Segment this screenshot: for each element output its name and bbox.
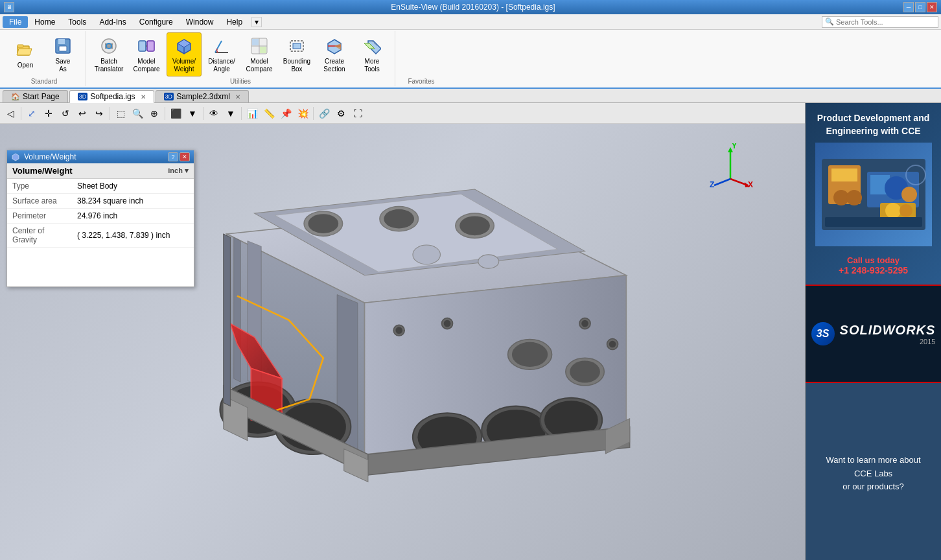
tool-measure[interactable]: 📏 (261, 106, 277, 121)
svg-point-58 (413, 245, 441, 264)
standard-label: Standard (31, 78, 58, 85)
tool-link[interactable]: 🔗 (316, 106, 332, 121)
title-bar: 🖥 EnSuite-View (Build 20160203) - [Softp… (0, 0, 941, 14)
close-button[interactable]: ✕ (927, 2, 937, 12)
distance-angle-button[interactable]: Distance/Angle (204, 32, 239, 76)
menu-window[interactable]: Window (180, 16, 220, 28)
volume-weight-icon (174, 36, 194, 56)
vw-close-btn[interactable]: ✕ (180, 152, 190, 161)
more-tools-button[interactable]: MoreTools (354, 32, 389, 76)
tool-zoom-fit[interactable]: 🔍 (130, 106, 145, 121)
sep5 (241, 107, 242, 120)
tool-hide[interactable]: 👁 (206, 106, 222, 121)
svg-point-77 (512, 342, 548, 367)
volume-weight-button[interactable]: Volume/Weight (167, 32, 202, 76)
tool-back[interactable]: ◁ (3, 106, 18, 121)
tab-sample-3dxml[interactable]: 3D Sample2.3dxml ✕ (156, 90, 249, 102)
maximize-button[interactable]: □ (915, 2, 925, 12)
vw-value-perimeter: 24.976 inch (72, 209, 194, 224)
start-page-icon: 🏠 (11, 93, 20, 101)
tab-sample-close[interactable]: ✕ (235, 93, 240, 100)
ad-image-svg (819, 146, 929, 243)
vw-title-icon (11, 152, 20, 161)
tool-select[interactable]: ⤢ (24, 106, 40, 121)
tool-pan[interactable]: ✛ (41, 106, 56, 121)
menu-help[interactable]: Help (220, 16, 249, 28)
bounding-box-button[interactable]: BoundingBox (279, 32, 314, 76)
tool-redo[interactable]: ↪ (91, 106, 107, 121)
batch-translator-icon (99, 36, 119, 56)
ribbon-group-standard: Open SaveAs Standard (3, 31, 86, 86)
ad-solidworks[interactable]: 3S SOLIDWORKS 2015 (806, 286, 941, 383)
menu-file[interactable]: File (3, 16, 28, 28)
create-section-button[interactable]: CreateSection (317, 32, 352, 76)
svg-point-53 (308, 214, 338, 233)
save-as-button[interactable]: SaveAs (45, 32, 80, 76)
distance-angle-icon (211, 36, 232, 56)
tool-select-box[interactable]: ⬚ (113, 106, 128, 121)
softpedia-icon: 3D (78, 93, 88, 100)
tab-softpedia-close[interactable]: ✕ (141, 93, 146, 100)
tool-dropdown1[interactable]: ▼ (185, 106, 200, 121)
solidworks-year: 2015 (840, 338, 936, 345)
open-button[interactable]: Open (8, 35, 43, 74)
ad-call-text: Call us today (847, 255, 900, 265)
menu-home[interactable]: Home (28, 16, 62, 28)
sep4 (203, 107, 203, 120)
ad-cce-bottom[interactable]: Want to learn more about CCE Labs or our… (806, 383, 941, 560)
sep6 (313, 107, 314, 120)
svg-rect-20 (293, 43, 301, 49)
svg-marker-80 (12, 154, 19, 161)
favorites-label: Favorites (408, 78, 434, 85)
ribbon-content: Open SaveAs Standard (0, 30, 941, 88)
model-compare-button[interactable]: ModelCompare (129, 32, 164, 76)
minimize-button[interactable]: ─ (903, 2, 914, 12)
vw-properties-table: Type Sheet Body Surface area 38.234 squa… (7, 179, 194, 248)
svg-point-79 (570, 361, 600, 383)
tab-start-page[interactable]: 🏠 Start Page (3, 90, 68, 102)
batch-translator-button[interactable]: BatchTranslator (91, 32, 126, 76)
tool-settings[interactable]: ⚙ (333, 106, 349, 121)
tool-explode[interactable]: 💥 (295, 106, 310, 121)
vw-title-controls: ? ✕ (168, 152, 190, 161)
standard-group-items: Open SaveAs (8, 32, 80, 76)
search-input[interactable] (836, 18, 935, 26)
svg-marker-75 (224, 234, 231, 406)
viewport[interactable]: SOFTPEDIA Y X Z (0, 124, 805, 560)
utilities-group-items: BatchTranslator ModelCompare (91, 32, 389, 76)
tool-rotate[interactable]: ↺ (58, 106, 73, 121)
svg-point-65 (444, 320, 451, 327)
svg-marker-37 (234, 237, 241, 382)
menu-tools[interactable]: Tools (62, 16, 93, 28)
tool-undo[interactable]: ↩ (75, 106, 90, 121)
vw-unit-dropdown[interactable]: ▾ (185, 167, 189, 174)
vw-help-btn[interactable]: ? (168, 152, 178, 161)
tool-dropdown2[interactable]: ▼ (223, 106, 238, 121)
tool-zoom-in[interactable]: ⊕ (146, 106, 162, 121)
model-compare2-icon (249, 36, 270, 56)
main-area: ◁ ⤢ ✛ ↺ ↩ ↪ ⬚ 🔍 ⊕ ⬛ ▼ 👁 ▼ 📊 📏 📌 💥 🔗 ⚙ (0, 103, 941, 560)
tool-cube[interactable]: ⬛ (168, 106, 183, 121)
solidworks-brand: SOLIDWORKS (840, 323, 936, 338)
tab-softpedia-igs[interactable]: 3D Softpedia.igs ✕ (69, 90, 154, 103)
svg-point-63 (395, 327, 402, 334)
volume-weight-dialog: Volume/Weight ? ✕ Volume/Weight inch ▾ (6, 150, 194, 287)
menu-addins[interactable]: Add-Ins (93, 16, 132, 28)
ad-phone: +1 248-932-5295 (839, 265, 908, 275)
tool-section[interactable]: 📊 (244, 106, 260, 121)
tool-fullscreen[interactable]: ⛶ (350, 106, 366, 121)
quick-access-icon[interactable]: ▾ (251, 17, 262, 27)
vw-value-surface: 38.234 square inch (72, 194, 194, 209)
menu-configure[interactable]: Configure (133, 16, 180, 28)
model-compare2-button[interactable]: ModelCompare (242, 32, 277, 76)
ad-cce-top[interactable]: Product Development and Engineering with… (806, 103, 941, 286)
ribbon-group-utilities: BatchTranslator ModelCompare (86, 31, 395, 86)
model-compare-icon (136, 36, 157, 56)
sep2 (110, 107, 110, 120)
vw-title-text: Volume/Weight (24, 152, 76, 161)
svg-rect-7 (139, 41, 146, 51)
sep3 (165, 107, 165, 120)
utilities-label: Utilities (230, 78, 251, 85)
search-box[interactable]: 🔍 (822, 16, 938, 28)
tool-pin[interactable]: 📌 (278, 106, 294, 121)
